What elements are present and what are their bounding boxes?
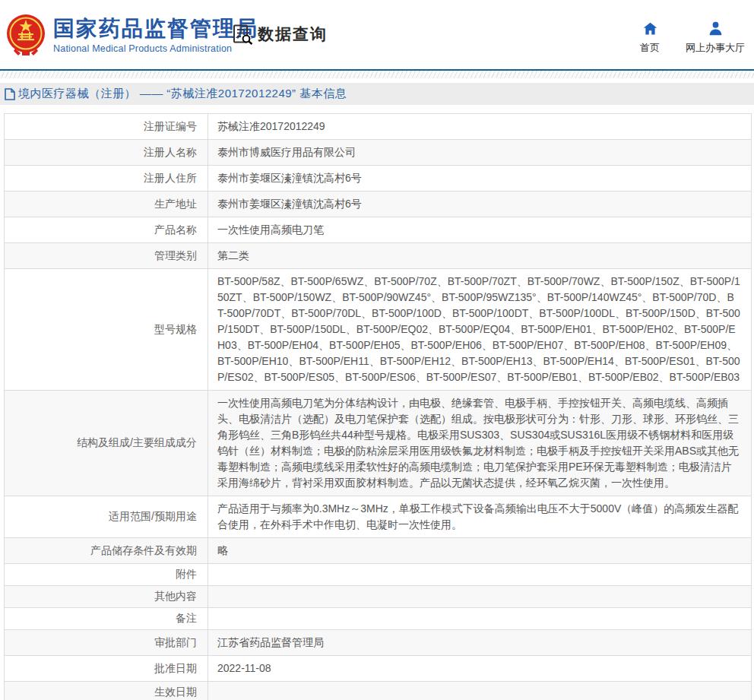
row-value: 2022-11-08 <box>208 656 752 682</box>
service-hall-label: 网上办事大厅 <box>686 41 745 55</box>
row-value: 泰州市姜堰区溱潼镇沈高村6号 <box>208 192 752 217</box>
data-query-label: 数据查询 <box>258 24 328 45</box>
data-query-nav[interactable]: 数据查询 <box>233 24 328 45</box>
table-row: 结构及组成/主要组成成分一次性使用高频电刀笔为分体结构设计，由电极、绝缘套管、电… <box>5 391 752 496</box>
org-name-en: National Medical Products Administration <box>53 43 258 54</box>
row-value: 苏械注准20172012249 <box>208 114 752 140</box>
service-hall-link[interactable]: 网上办事大厅 <box>686 21 745 55</box>
row-value: 一次性使用高频电刀笔 <box>208 217 752 243</box>
row-label: 产品名称 <box>5 217 208 243</box>
row-value: 产品适用于与频率为0.3MHz～3MHz，单极工作模式下设备高频输出电压不大于5… <box>208 496 752 538</box>
table-row: 产品名称一次性使用高频电刀笔 <box>5 217 752 243</box>
row-value <box>208 564 752 586</box>
table-row: 备注 <box>5 608 752 630</box>
row-value <box>208 682 752 700</box>
table-row: 适用范围/预期用途产品适用于与频率为0.3MHz～3MHz，单极工作模式下设备高… <box>5 496 752 538</box>
table-row: 产品储存条件及有效期略 <box>5 538 752 564</box>
row-value: 泰州市姜堰区溱潼镇沈高村6号 <box>208 166 752 192</box>
home-icon <box>642 21 658 36</box>
home-link[interactable]: 首页 <box>640 21 660 55</box>
row-value: 一次性使用高频电刀笔为分体结构设计，由电极、绝缘套管、电极手柄、手控按钮开关、高… <box>208 391 752 496</box>
user-icon <box>708 21 724 36</box>
row-label: 审批部门 <box>5 630 208 656</box>
row-label: 产品储存条件及有效期 <box>5 538 208 564</box>
data-query-icon <box>233 24 253 45</box>
row-label: 生产地址 <box>5 192 208 217</box>
breadcrumb: 境内医疗器械（注册） —— “苏械注准20172012249” 基本信息 <box>0 83 754 105</box>
row-label: 生效日期 <box>5 682 208 700</box>
home-label: 首页 <box>640 41 660 55</box>
org-names: 国家药品监督管理局 National Medical Products Admi… <box>53 17 258 54</box>
row-label: 备注 <box>5 608 208 630</box>
header-quick-links: 首页 网上办事大厅 <box>640 21 745 55</box>
table-row: 注册证编号苏械注准20172012249 <box>5 114 752 140</box>
row-value: 泰州市博威医疗用品有限公司 <box>208 140 752 166</box>
registration-table-body: 注册证编号苏械注准20172012249注册人名称泰州市博威医疗用品有限公司注册… <box>5 114 752 700</box>
registration-info-table: 注册证编号苏械注准20172012249注册人名称泰州市博威医疗用品有限公司注册… <box>4 113 752 700</box>
hatch-divider <box>0 71 754 78</box>
breadcrumb-text: 境内医疗器械（注册） —— “苏械注准20172012249” 基本信息 <box>18 87 347 101</box>
row-value: BT-500P/58Z、BT-500P/65WZ、BT-500P/70Z、BT-… <box>208 269 752 391</box>
table-row: 注册人名称泰州市博威医疗用品有限公司 <box>5 140 752 166</box>
table-row: 型号规格BT-500P/58Z、BT-500P/65WZ、BT-500P/70Z… <box>5 269 752 391</box>
row-value: 第二类 <box>208 243 752 269</box>
row-label: 管理类别 <box>5 243 208 269</box>
row-label: 结构及组成/主要组成成分 <box>5 391 208 496</box>
row-value: 略 <box>208 538 752 564</box>
row-label: 注册证编号 <box>5 114 208 140</box>
table-row: 批准日期2022-11-08 <box>5 656 752 682</box>
table-row: 管理类别第二类 <box>5 243 752 269</box>
row-label: 附件 <box>5 564 208 586</box>
row-value <box>208 608 752 630</box>
row-label: 其他内容 <box>5 586 208 608</box>
row-label: 型号规格 <box>5 269 208 391</box>
row-value <box>208 586 752 608</box>
national-emblem-icon <box>6 14 46 56</box>
table-row: 生产地址泰州市姜堰区溱潼镇沈高村6号 <box>5 192 752 217</box>
table-row: 附件 <box>5 564 752 586</box>
row-label: 适用范围/预期用途 <box>5 496 208 538</box>
row-label: 注册人住所 <box>5 166 208 192</box>
table-row: 生效日期 <box>5 682 752 700</box>
document-icon <box>5 88 15 100</box>
table-row: 注册人住所泰州市姜堰区溱潼镇沈高村6号 <box>5 166 752 192</box>
row-label: 批准日期 <box>5 656 208 682</box>
row-label: 注册人名称 <box>5 140 208 166</box>
table-row: 审批部门江苏省药品监督管理局 <box>5 630 752 656</box>
table-row: 其他内容 <box>5 586 752 608</box>
org-name-cn: 国家药品监督管理局 <box>53 17 258 41</box>
site-header: 国家药品监督管理局 National Medical Products Admi… <box>0 0 754 71</box>
row-value: 江苏省药品监督管理局 <box>208 630 752 656</box>
nmpa-logo[interactable]: 国家药品监督管理局 National Medical Products Admi… <box>6 14 258 56</box>
